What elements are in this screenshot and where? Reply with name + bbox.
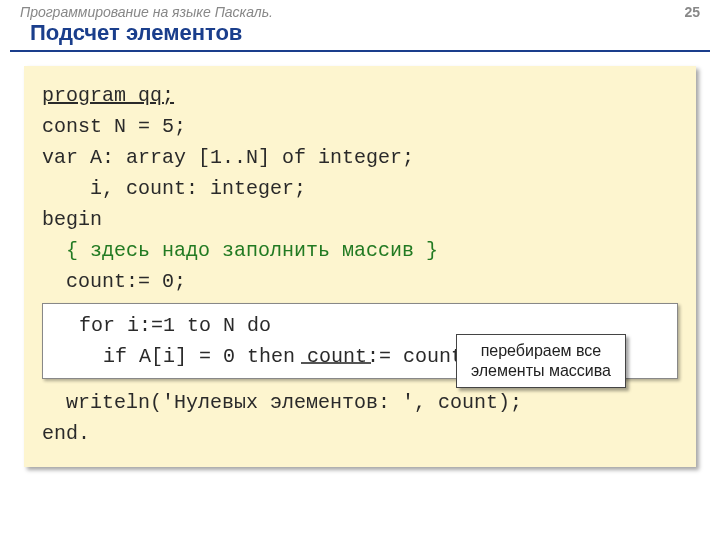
code-line: i, count: integer; xyxy=(42,173,678,204)
callout-line: перебираем все xyxy=(471,341,611,361)
page-number: 25 xyxy=(684,4,700,20)
callout-connector xyxy=(301,362,371,364)
code-line: const N = 5; xyxy=(42,111,678,142)
code-line: count:= 0; xyxy=(42,266,678,297)
subject-label: Программирование на языке Паскаль. xyxy=(20,4,273,20)
code-comment: { здесь надо заполнить массив } xyxy=(42,235,678,266)
slide-header: Программирование на языке Паскаль. 25 xyxy=(0,0,720,20)
code-line: end. xyxy=(42,418,678,449)
callout-line: элементы массива xyxy=(471,361,611,381)
code-line: writeln('Нулевых элементов: ', count); xyxy=(42,387,678,418)
slide-title: Подсчет элементов xyxy=(10,20,710,52)
code-line: program qq; xyxy=(42,80,678,111)
code-block: program qq; const N = 5; var A: array [1… xyxy=(24,66,696,467)
callout-box: перебираем все элементы массива xyxy=(456,334,626,388)
code-line: var A: array [1..N] of integer; xyxy=(42,142,678,173)
code-line: begin xyxy=(42,204,678,235)
